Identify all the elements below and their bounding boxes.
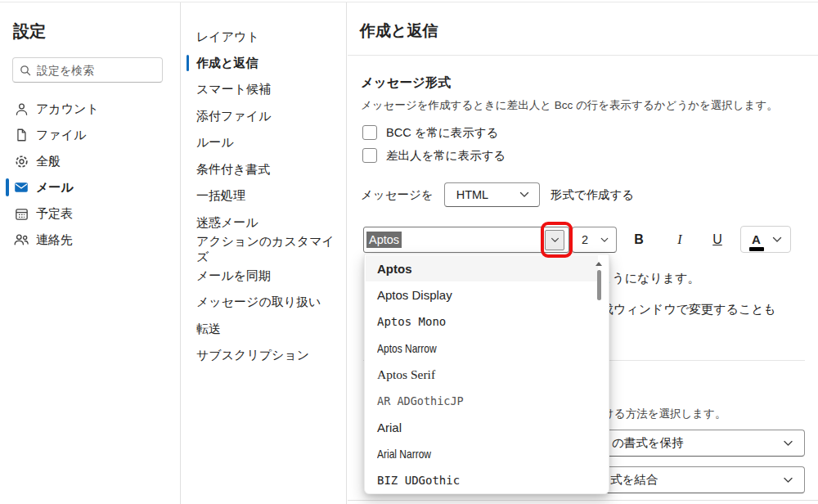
sidebar-item-account[interactable]: アカウント <box>0 96 181 122</box>
chevron-down-icon <box>783 440 793 447</box>
font-dropdown-list: Aptos Aptos Display Aptos Mono Aptos Nar… <box>364 254 609 494</box>
subnav-label: 添付ファイル <box>196 109 271 124</box>
font-option-aptos-narrow[interactable]: Aptos Narrow <box>366 335 598 361</box>
font-option-arial[interactable]: Arial <box>366 414 598 440</box>
font-option-label: Aptos Narrow <box>377 341 437 355</box>
subnav-item-compose-reply[interactable]: 作成と返信 <box>181 50 347 76</box>
subnav-item-message-handling[interactable]: メッセージの取り扱い <box>181 290 347 316</box>
message-format-select[interactable]: HTML <box>444 182 540 207</box>
sidebar-item-calendar[interactable]: 予定表 <box>0 200 181 227</box>
font-option-label: Aptos Serif <box>377 367 435 382</box>
font-option-label: Aptos Display <box>377 288 452 302</box>
message-format-value: HTML <box>456 188 488 201</box>
subnav-item-forwarding[interactable]: 転送 <box>181 316 347 342</box>
settings-search[interactable] <box>12 57 163 83</box>
subnav-label: サブスクリプション <box>196 348 309 363</box>
bold-button[interactable]: B <box>627 227 650 253</box>
font-option-aptos[interactable]: Aptos <box>366 255 598 281</box>
sidebar-item-label: アカウント <box>36 101 99 117</box>
italic-button[interactable]: I <box>668 227 691 253</box>
font-option-label: Arial <box>377 421 402 434</box>
mail-icon <box>13 179 29 196</box>
selected-indicator <box>6 178 9 196</box>
font-option-arial-narrow[interactable]: Arial Narrow <box>366 441 598 467</box>
font-option-ar-adgothicjp[interactable]: AR ADGothicJP <box>366 388 598 414</box>
subnav-label: アクションのカスタマイズ <box>196 234 347 265</box>
subnav-item-sweep[interactable]: 一括処理 <box>181 183 347 209</box>
underline-button[interactable]: U <box>706 227 729 253</box>
font-option-aptos-serif[interactable]: Aptos Serif <box>366 362 598 388</box>
font-option-label: BIZ UDGothic <box>377 474 460 487</box>
sidebar-item-label: 連絡先 <box>36 232 73 248</box>
subnav-item-customize-actions[interactable]: アクションのカスタマイズ <box>181 236 347 263</box>
checkbox-row-from: 差出人を常に表示する <box>362 147 506 164</box>
compose-format-row: メッセージを HTML 形式で作成する <box>361 182 634 208</box>
subnav-item-conditional-formatting[interactable]: 条件付き書式 <box>181 156 347 182</box>
subnav-label: 迷惑メール <box>196 215 258 231</box>
mail-settings-subnav: レイアウト 作成と返信 スマート候補 添付ファイル ルール 条件付き書式 一括処… <box>181 2 347 504</box>
search-input[interactable] <box>37 64 155 77</box>
search-icon <box>20 65 31 76</box>
sidebar-item-files[interactable]: ファイル <box>0 122 181 148</box>
font-option-biz-udgothic[interactable]: BIZ UDGothic <box>366 467 598 493</box>
font-size-select[interactable]: 2 <box>572 227 617 253</box>
font-dropdown-button[interactable] <box>545 230 564 250</box>
font-option-label: Aptos Mono <box>377 315 446 328</box>
sidebar-item-label: メール <box>36 180 74 196</box>
chevron-down-icon <box>783 477 793 484</box>
bottom-divider <box>348 500 818 501</box>
subnav-label: 作成と返信 <box>196 56 258 71</box>
sidebar-item-mail[interactable]: メール <box>0 174 181 200</box>
gear-icon <box>13 153 29 169</box>
obscured-text-line2: 成ウィンドウで変更することも <box>601 302 776 317</box>
subnav-label: メッセージの取り扱い <box>196 295 321 310</box>
compose-reply-pane: 作成と返信 メッセージ形式 メッセージを作成するときに差出人と Bcc の行を表… <box>348 2 818 504</box>
subnav-item-smart-suggestions[interactable]: スマート候補 <box>181 77 347 103</box>
font-family-combobox[interactable]: Aptos <box>363 227 569 253</box>
sidebar-item-label: 全般 <box>36 154 61 169</box>
subnav-item-attachments[interactable]: 添付ファイル <box>181 103 347 129</box>
subnav-label: レイアウト <box>196 29 259 45</box>
header-divider <box>348 55 818 56</box>
font-option-label: Aptos <box>377 262 412 276</box>
obscured-text-line1: ようになります。 <box>600 271 699 286</box>
font-color-button[interactable]: A <box>740 226 791 253</box>
font-family-value: Aptos <box>366 232 402 248</box>
subnav-label: 一括処理 <box>196 188 245 204</box>
people-icon <box>13 232 29 248</box>
font-option-label: Arial Narrow <box>377 447 431 461</box>
from-checkbox[interactable] <box>362 148 377 163</box>
compose-prefix-label: メッセージを <box>361 187 434 203</box>
obscured-text-line3: ける方法を選択します。 <box>603 407 726 421</box>
scrollbar-thumb[interactable] <box>597 270 601 300</box>
font-option-aptos-mono[interactable]: Aptos Mono <box>366 308 598 335</box>
sidebar-item-label: ファイル <box>36 128 86 143</box>
font-option-aptos-display[interactable]: Aptos Display <box>366 281 598 308</box>
sidebar-item-general[interactable]: 全般 <box>0 148 181 174</box>
from-checkbox-label: 差出人を常に表示する <box>386 148 506 164</box>
checkbox-row-bcc: BCC を常に表示する <box>362 124 499 141</box>
subnav-label: 条件付き書式 <box>196 162 270 178</box>
subnav-label: メールを同期 <box>196 268 271 284</box>
section-description: メッセージを作成するときに差出人と Bcc の行を表示するかどうかを選択します。 <box>361 98 778 113</box>
subnav-item-subscriptions[interactable]: サブスクリプション <box>181 343 347 369</box>
font-size-value: 2 <box>582 233 588 246</box>
calendar-icon <box>13 205 29 222</box>
font-color-icon: A <box>752 233 761 245</box>
person-icon <box>13 101 29 117</box>
bcc-checkbox[interactable] <box>362 125 377 140</box>
subnav-item-sync-email[interactable]: メールを同期 <box>181 263 347 289</box>
subnav-label: ルール <box>196 135 234 151</box>
selected-indicator <box>187 55 190 71</box>
chevron-down-icon <box>551 237 560 243</box>
page-title: 作成と返信 <box>360 20 438 42</box>
subnav-item-layout[interactable]: レイアウト <box>181 24 347 50</box>
compose-suffix-label: 形式で作成する <box>551 187 635 203</box>
scrollbar-up-arrow-icon[interactable] <box>596 262 602 266</box>
subnav-label: 転送 <box>196 322 221 337</box>
sidebar-item-contacts[interactable]: 連絡先 <box>0 227 181 253</box>
subnav-item-junk-email[interactable]: 迷惑メール <box>181 209 347 236</box>
settings-title: 設定 <box>13 20 46 43</box>
file-icon <box>13 127 29 143</box>
subnav-item-rules[interactable]: ルール <box>181 130 347 156</box>
